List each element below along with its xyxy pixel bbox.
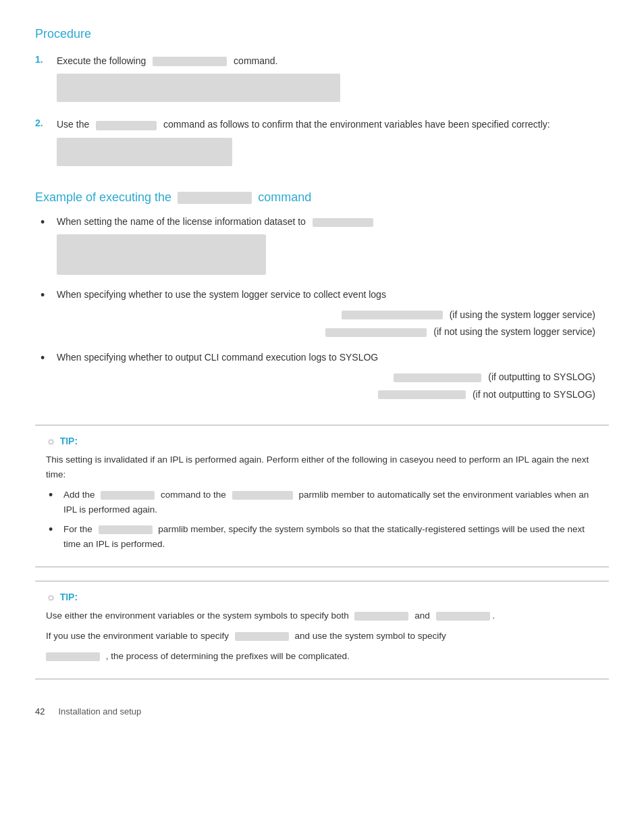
tip-1-b1-redacted1	[101, 491, 155, 500]
bullet-2-content: When specifying whether to use the syste…	[57, 287, 609, 340]
step-2-text-after: command as follows to confirm that the e…	[163, 119, 550, 130]
tip-2-redacted-2	[436, 612, 490, 621]
example-heading: Example of executing the command	[35, 190, 609, 205]
step-number-1: 1.	[35, 54, 51, 65]
tip-box-2: ☼ TIP: Use either the environment variab…	[35, 581, 609, 680]
tip-2-redacted-3	[235, 632, 289, 641]
bullet-3-text: When specifying whether to output CLI co…	[57, 352, 378, 363]
procedure-list: 1. Execute the following command. 2. Use…	[35, 53, 609, 169]
step-1-code-block	[57, 74, 340, 102]
tip-1-bullet-2: • For the parmlib member, specify the sy…	[46, 522, 598, 551]
footer-text: Installation and setup	[58, 706, 141, 716]
bullet-dot-2: •	[41, 287, 51, 304]
tip-1-bullet-1: • Add the command to the parmlib member …	[46, 488, 598, 517]
sub-3-2-redacted	[378, 390, 466, 399]
bullet-2-sub-1: (if using the system logger service)	[57, 307, 609, 323]
step-2-code-block	[57, 138, 232, 166]
bullet-3-sub-items: (if outputting to SYSLOG) (if not output…	[57, 369, 609, 402]
tip-2-redacted-4	[46, 652, 100, 661]
footer: 42 Installation and setup	[35, 706, 609, 716]
example-heading-after: command	[258, 190, 311, 204]
step-1-content: Execute the following command.	[57, 53, 609, 105]
tip-2-label: TIP:	[60, 592, 78, 602]
tip-2-header: ☼ TIP:	[46, 591, 598, 603]
tip-1-label: TIP:	[60, 436, 78, 446]
footer-page-number: 42	[35, 706, 45, 716]
procedure-step-2: 2. Use the command as follows to confirm…	[35, 117, 609, 168]
tip-2-body: Use either the environment variables or …	[46, 608, 598, 664]
tip-1-body: This setting is invalidated if an IPL is…	[46, 452, 598, 552]
example-bullet-list: • When setting the name of the license i…	[35, 214, 609, 403]
step-2-content: Use the command as follows to confirm th…	[57, 117, 609, 168]
procedure-step-1: 1. Execute the following command.	[35, 53, 609, 105]
bullet-3-content: When specifying whether to output CLI co…	[57, 350, 609, 403]
bullet-3-sub-2: (if not outputting to SYSLOG)	[57, 386, 609, 403]
step-2-text-before: Use the	[57, 119, 89, 130]
bullet-1-redacted	[313, 218, 373, 227]
bullet-2-sub-2: (if not using the system logger service)	[57, 323, 609, 340]
tip-2-redacted-1	[354, 612, 408, 621]
tip-1-body-p1: This setting is invalidated if an IPL is…	[46, 452, 598, 483]
bullet-dot-3: •	[41, 350, 51, 367]
example-heading-redacted	[178, 192, 252, 204]
bullet-1-code-block	[57, 234, 266, 275]
tip-icon-2: ☼	[46, 591, 56, 603]
example-bullet-2: • When specifying whether to use the sys…	[35, 287, 609, 340]
example-section: Example of executing the command • When …	[35, 190, 609, 403]
tip-1-b1-redacted2	[232, 491, 293, 500]
tip-1-bullet-list: • Add the command to the parmlib member …	[46, 488, 598, 551]
bullet-dot-1: •	[41, 214, 51, 231]
example-heading-before: Example of executing the	[35, 190, 171, 204]
tip-1-b2-redacted1	[99, 525, 153, 534]
procedure-heading: Procedure	[35, 27, 609, 41]
bullet-1-content: When setting the name of the license inf…	[57, 214, 609, 278]
sub-1-redacted	[342, 311, 443, 319]
example-bullet-3: • When specifying whether to output CLI …	[35, 350, 609, 403]
step-1-redacted	[153, 57, 227, 66]
step-1-text-before: Execute the following	[57, 55, 146, 66]
tip-1-header: ☼ TIP:	[46, 435, 598, 447]
procedure-section: Procedure 1. Execute the following comma…	[35, 27, 609, 169]
sub-2-redacted	[325, 328, 427, 337]
step-2-redacted	[96, 121, 157, 130]
tip-box-1: ☼ TIP: This setting is invalidated if an…	[35, 425, 609, 567]
example-bullet-1: • When setting the name of the license i…	[35, 214, 609, 278]
bullet-3-sub-1: (if outputting to SYSLOG)	[57, 369, 609, 386]
step-number-2: 2.	[35, 118, 51, 128]
tip-icon-1: ☼	[46, 435, 56, 447]
step-1-text-after: command.	[234, 55, 277, 66]
bullet-2-sub-items: (if using the system logger service) (if…	[57, 307, 609, 340]
bullet-1-text: When setting the name of the license inf…	[57, 216, 306, 227]
sub-3-1-redacted	[394, 373, 481, 382]
bullet-2-text: When specifying whether to use the syste…	[57, 289, 386, 300]
